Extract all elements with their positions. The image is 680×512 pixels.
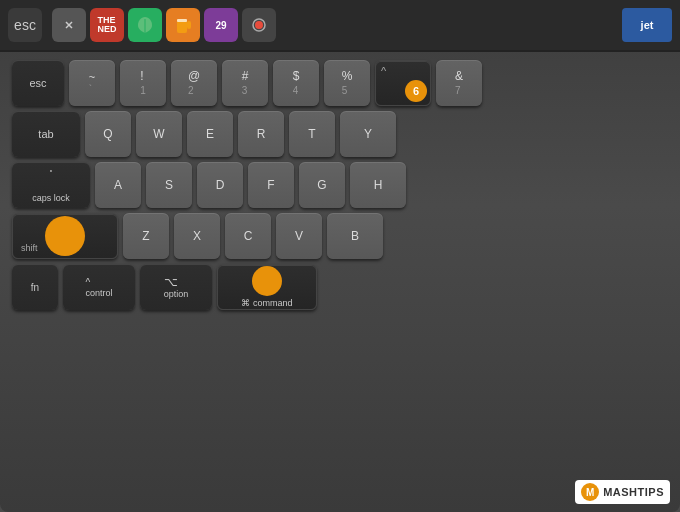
zxcv-row: shift Z X C V B [12, 213, 668, 259]
key-fn[interactable]: fn [12, 264, 58, 310]
key-capslock[interactable]: • caps lock [12, 162, 90, 208]
key-g[interactable]: G [299, 162, 345, 208]
key-5[interactable]: %5 [324, 60, 370, 106]
key-3[interactable]: #3 [222, 60, 268, 106]
key-h[interactable]: H [350, 162, 406, 208]
tb-timing-icon[interactable]: 29 [204, 8, 238, 42]
key-e[interactable]: E [187, 111, 233, 157]
watermark-logo: M [581, 483, 599, 501]
key-c[interactable]: C [225, 213, 271, 259]
esc-key[interactable]: esc [8, 8, 42, 42]
key-a[interactable]: A [95, 162, 141, 208]
key-esc[interactable]: esc [12, 60, 64, 106]
key-q[interactable]: Q [85, 111, 131, 157]
tb-beer-icon[interactable] [166, 8, 200, 42]
tb-close-icon[interactable] [52, 8, 86, 42]
key-6[interactable]: ^ 6 [375, 60, 431, 106]
key-control[interactable]: ^control [63, 264, 135, 310]
key-x[interactable]: X [174, 213, 220, 259]
svg-rect-5 [177, 19, 187, 22]
key-z[interactable]: Z [123, 213, 169, 259]
key-r[interactable]: R [238, 111, 284, 157]
key-w[interactable]: W [136, 111, 182, 157]
key-2[interactable]: @2 [171, 60, 217, 106]
key-6-badge: 6 [405, 80, 427, 102]
number-row: esc ~` !1 @2 #3 $4 %5 ^ 6 [12, 60, 668, 106]
watermark-text: MASHTIPS [603, 486, 664, 498]
key-tilde[interactable]: ~` [69, 60, 115, 106]
watermark: M MASHTIPS [575, 480, 670, 504]
key-command[interactable]: ⌘ command [217, 264, 317, 310]
tb-jet-icon[interactable]: jet [622, 8, 672, 42]
key-1[interactable]: !1 [120, 60, 166, 106]
svg-point-7 [255, 21, 263, 29]
bottom-row: fn ^control ⌥option ⌘ command [12, 264, 668, 310]
shift-orange-indicator [45, 216, 85, 256]
key-shift[interactable]: shift [12, 213, 118, 259]
key-s[interactable]: S [146, 162, 192, 208]
qwerty-row: tab Q W E R T Y [12, 111, 668, 157]
key-v[interactable]: V [276, 213, 322, 259]
asdf-row: • caps lock A S D F G H [12, 162, 668, 208]
key-t[interactable]: T [289, 111, 335, 157]
tb-ned-icon[interactable]: THENED [90, 8, 124, 42]
key-tab[interactable]: tab [12, 111, 80, 157]
key-d[interactable]: D [197, 162, 243, 208]
tb-record-icon[interactable] [242, 8, 276, 42]
keyboard: esc ~` !1 @2 #3 $4 %5 ^ 6 [0, 52, 680, 320]
key-b[interactable]: B [327, 213, 383, 259]
keyboard-container: esc THENED 29 jet [0, 0, 680, 512]
key-option[interactable]: ⌥option [140, 264, 212, 310]
key-y[interactable]: Y [340, 111, 396, 157]
touch-bar: esc THENED 29 jet [0, 0, 680, 52]
command-orange-indicator [252, 266, 282, 296]
tb-leaf-icon[interactable] [128, 8, 162, 42]
svg-rect-4 [187, 21, 191, 29]
key-f[interactable]: F [248, 162, 294, 208]
key-7[interactable]: &7 [436, 60, 482, 106]
key-4[interactable]: $4 [273, 60, 319, 106]
